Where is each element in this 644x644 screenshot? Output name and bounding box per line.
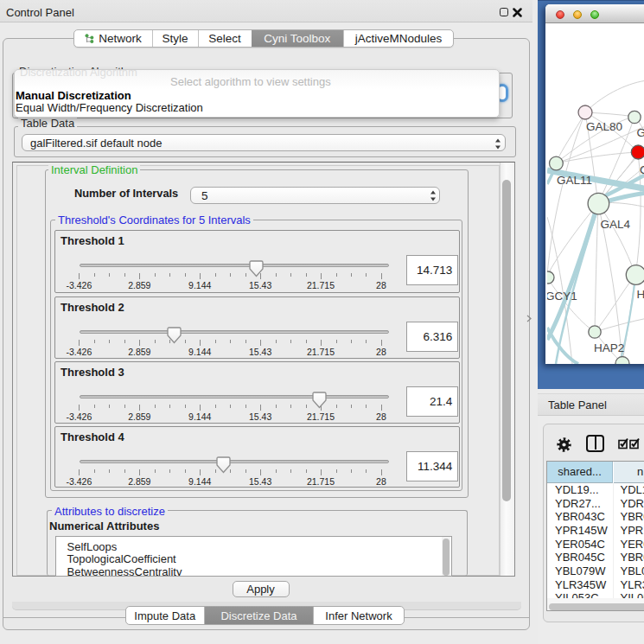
svg-text:CY: CY (640, 163, 644, 176)
svg-text:HAP2: HAP2 (594, 341, 624, 354)
svg-text:GAL80: GAL80 (586, 120, 622, 133)
svg-text:GAL4: GAL4 (601, 218, 631, 231)
svg-text:GAL11: GAL11 (557, 174, 592, 187)
svg-text:GCY1: GCY1 (547, 290, 577, 303)
svg-text:HI: HI (637, 288, 644, 301)
svg-text:GA: GA (637, 126, 644, 139)
